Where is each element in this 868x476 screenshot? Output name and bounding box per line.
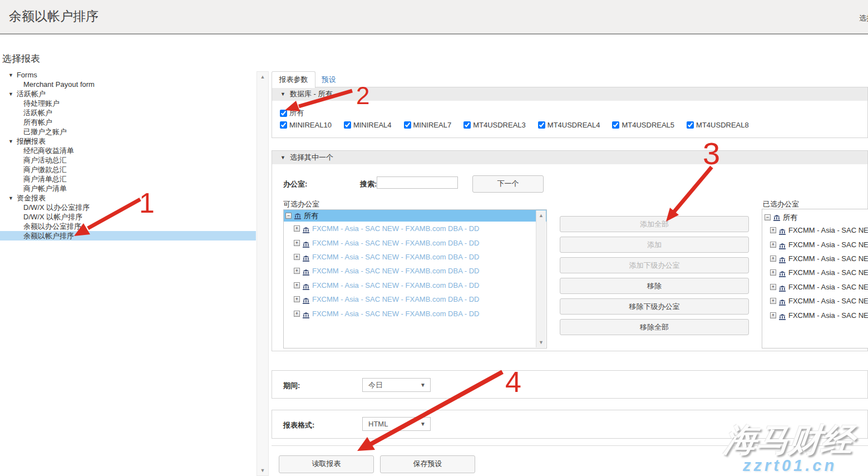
expand-box-icon[interactable]	[770, 298, 776, 304]
list-scrollbar[interactable]: ▲ ▼	[536, 210, 546, 347]
office-link[interactable]: FXCMM - Asia - SAC NEW - FXAMB.com DBA -…	[788, 297, 868, 305]
office-tree-item[interactable]: FXCMM - Asia - SAC NEW - FXAMB.com DBA -…	[762, 308, 868, 322]
collapse-triangle-icon[interactable]: ▼	[8, 137, 13, 146]
database-checkbox[interactable]	[344, 121, 351, 129]
office-link[interactable]: FXCMM - Asia - SAC NEW - FXAMB.com DBA -…	[312, 267, 479, 275]
expand-box-icon[interactable]	[294, 268, 300, 274]
expand-box-icon[interactable]	[294, 240, 300, 246]
office-link[interactable]: FXCMM - Asia - SAC NEW - FXAMB.com DBA -…	[788, 254, 868, 263]
office-link[interactable]: FXCMM - Asia - SAC NEW - FXAMB.com DBA -…	[312, 253, 479, 261]
tree-item[interactable]: ▼活跃帐户	[0, 108, 256, 117]
format-select[interactable]: HTML▼	[362, 417, 431, 431]
office-tree-item[interactable]: FXCMM - Asia - SAC NEW - FXAMB.com DBA -…	[762, 252, 868, 266]
office-link[interactable]: FXCMM - Asia - SAC NEW - FXAMB.com DBA -…	[312, 295, 479, 303]
expand-box-icon[interactable]	[770, 242, 776, 248]
office-tree-item[interactable]: FXCMM - Asia - SAC NEW - FXAMB.com DBA -…	[284, 250, 546, 264]
expand-box-icon[interactable]	[294, 296, 300, 302]
scroll-up-icon[interactable]: ▲	[536, 212, 546, 219]
add-all-button[interactable]: 添加全部	[560, 216, 749, 232]
add-sub-offices-button[interactable]: 添加下级办公室	[560, 257, 749, 273]
tree-item[interactable]: ▼Forms	[0, 70, 256, 80]
office-tree-item[interactable]: FXCMM - Asia - SAC NEW - FXAMB.com DBA -…	[762, 266, 868, 279]
selected-root-row[interactable]: 所有	[762, 212, 868, 223]
tree-item[interactable]: ▼商户帐户清单	[0, 184, 256, 193]
tree-item[interactable]: ▼待处理账户	[0, 99, 256, 108]
tab-report-params[interactable]: 报表参数	[272, 71, 315, 88]
tree-item[interactable]: ▼报酬报表	[0, 136, 256, 146]
database-checkbox-item[interactable]: MT4USDREAL3	[463, 121, 526, 129]
remove-button[interactable]: 移除	[560, 278, 749, 294]
collapse-triangle-icon[interactable]: ▼	[8, 71, 13, 80]
all-databases-checkbox-row[interactable]: 所有	[280, 108, 304, 118]
office-link[interactable]: FXCMM - Asia - SAC NEW - FXAMB.com DBA -…	[312, 310, 479, 318]
office-section-header[interactable]: ▼选择其中一个	[272, 151, 867, 164]
database-checkbox[interactable]	[280, 121, 287, 129]
office-link[interactable]: FXCMM - Asia - SAC NEW - FXAMB.com DBA -…	[788, 268, 868, 277]
collapse-box-icon[interactable]	[285, 213, 292, 219]
tree-item[interactable]: ▼Merchant Payout form	[0, 80, 256, 89]
tree-item[interactable]: ▼商户活动总汇	[0, 155, 256, 165]
database-checkbox-item[interactable]: MINIREAL4	[344, 121, 392, 129]
office-link[interactable]: FXCMM - Asia - SAC NEW - FXAMB.com DBA -…	[788, 241, 868, 249]
expand-box-icon[interactable]	[770, 256, 776, 262]
office-tree-item[interactable]: FXCMM - Asia - SAC NEW - FXAMB.com DBA -…	[762, 294, 868, 308]
office-tree-item[interactable]: FXCMM - Asia - SAC NEW - FXAMB.com DBA -…	[284, 306, 546, 320]
collapse-triangle-icon[interactable]: ▼	[8, 90, 13, 99]
expand-box-icon[interactable]	[770, 284, 776, 290]
tree-item[interactable]: ▼D/W/X 以帐户排序	[0, 212, 256, 222]
next-button[interactable]: 下一个	[472, 175, 544, 193]
expand-box-icon[interactable]	[770, 269, 776, 276]
database-checkbox[interactable]	[463, 121, 471, 129]
collapse-triangle-icon[interactable]: ▼	[8, 194, 13, 203]
office-tree-item[interactable]: FXCMM - Asia - SAC NEW - FXAMB.com DBA -…	[762, 237, 868, 251]
tree-item[interactable]: ▼商户缴款总汇	[0, 165, 256, 174]
database-checkbox[interactable]	[538, 121, 545, 129]
expand-box-icon[interactable]	[294, 311, 300, 317]
office-tree-item[interactable]: FXCMM - Asia - SAC NEW - FXAMB.com DBA -…	[284, 264, 546, 278]
office-tree-item[interactable]: FXCMM - Asia - SAC NEW - FXAMB.com DBA -…	[762, 223, 868, 237]
expand-box-icon[interactable]	[770, 227, 776, 233]
tab-presets[interactable]: 预设	[322, 75, 336, 85]
period-select[interactable]: 今日▼	[362, 378, 431, 392]
database-checkbox[interactable]	[404, 121, 411, 129]
scroll-up-icon[interactable]: ▲	[257, 73, 268, 81]
database-checkbox[interactable]	[687, 121, 694, 129]
office-tree-item[interactable]: FXCMM - Asia - SAC NEW - FXAMB.com DBA -…	[284, 235, 546, 249]
office-link[interactable]: FXCMM - Asia - SAC NEW - FXAMB.com DBA -…	[788, 283, 868, 291]
all-databases-checkbox[interactable]	[280, 110, 287, 117]
database-checkbox-item[interactable]: MT4USDREAL5	[612, 121, 674, 129]
tree-item[interactable]: ▼经纪商收益清单	[0, 146, 256, 155]
scroll-down-icon[interactable]: ▼	[257, 467, 268, 474]
collapse-box-icon[interactable]	[765, 214, 771, 220]
tree-item[interactable]: ▼活跃帐户	[0, 89, 256, 99]
office-tree-item[interactable]: FXCMM - Asia - SAC NEW - FXAMB.com DBA -…	[284, 292, 546, 306]
database-checkbox-item[interactable]: MT4USDREAL8	[687, 121, 749, 129]
office-link[interactable]: FXCMM - Asia - SAC NEW - FXAMB.com DBA -…	[312, 239, 479, 247]
office-tree-item[interactable]: FXCMM - Asia - SAC NEW - FXAMB.com DBA -…	[284, 278, 546, 292]
remove-all-button[interactable]: 移除全部	[560, 319, 749, 335]
expand-box-icon[interactable]	[294, 254, 300, 260]
tree-item[interactable]: ▼资金报表	[0, 193, 256, 203]
remove-sub-offices-button[interactable]: 移除下级办公室	[560, 298, 749, 315]
search-input[interactable]	[377, 176, 458, 189]
office-link[interactable]: FXCMM - Asia - SAC NEW - FXAMB.com DBA -…	[312, 281, 479, 289]
office-link[interactable]: FXCMM - Asia - SAC NEW - FXAMB.com DBA -…	[788, 226, 868, 234]
database-checkbox-item[interactable]: MINIREAL7	[404, 121, 452, 129]
tree-item[interactable]: ▼D/W/X 以办公室排序	[0, 203, 256, 212]
tree-item[interactable]: ▼商户清单总汇	[0, 174, 256, 184]
tree-scrollbar[interactable]: ▲ ▼	[257, 71, 269, 476]
expand-box-icon[interactable]	[770, 312, 776, 318]
tree-item[interactable]: ▼已撤户之账户	[0, 127, 256, 136]
tree-item[interactable]: ▼余额以帐户排序	[0, 231, 256, 241]
database-checkbox-item[interactable]: MT4USDREAL4	[538, 121, 600, 129]
add-button[interactable]: 添加	[560, 237, 749, 253]
office-link[interactable]: FXCMM - Asia - SAC NEW - FXAMB.com DBA -…	[312, 224, 479, 233]
scroll-down-icon[interactable]: ▼	[536, 338, 546, 346]
expand-box-icon[interactable]	[294, 225, 300, 232]
save-preset-button[interactable]: 保存预设	[380, 455, 475, 473]
expand-box-icon[interactable]	[294, 282, 300, 288]
database-checkbox[interactable]	[612, 121, 619, 129]
tree-item[interactable]: ▼余额以办公室排序	[0, 222, 256, 231]
tree-item[interactable]: ▼所有帐户	[0, 117, 256, 127]
available-root-row[interactable]: 所有	[284, 210, 546, 222]
